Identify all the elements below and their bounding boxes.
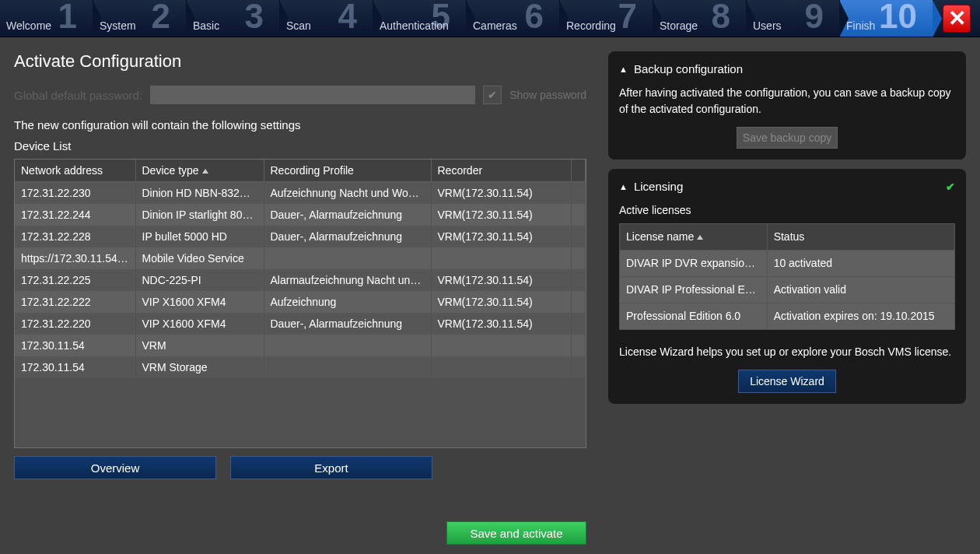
- left-pane: Activate Configuration Global default pa…: [0, 37, 600, 554]
- table-row[interactable]: 172.31.22.228IP bullet 5000 HDDauer-, Al…: [15, 226, 586, 247]
- column-header[interactable]: Status: [767, 224, 954, 251]
- table-row[interactable]: https://172.30.11.54/mvsMobile Video Ser…: [15, 247, 586, 269]
- table-cell: Activation valid: [767, 277, 954, 303]
- wizard-step-users[interactable]: 9Users: [747, 0, 840, 37]
- table-cell: Professional Edition 6.0: [620, 303, 768, 330]
- wizard-step-welcome[interactable]: 1Welcome: [0, 0, 93, 37]
- step-label: Cameras: [473, 19, 517, 32]
- step-label: Welcome: [6, 19, 51, 32]
- step-number: 4: [338, 0, 357, 36]
- step-number: 9: [805, 0, 824, 36]
- table-cell: 172.31.22.220: [15, 313, 135, 335]
- table-cell: 172.31.22.228: [15, 226, 135, 247]
- show-password-checkbox[interactable]: ✔: [483, 86, 502, 104]
- table-row[interactable]: 172.31.22.230Dinion HD NBN-832VxPAufzeic…: [15, 182, 586, 205]
- table-cell: Aufzeichnung: [264, 291, 431, 313]
- wizard-step-scan[interactable]: 4Scan: [280, 0, 373, 37]
- license-table: License nameStatus DIVAR IP DVR expansio…: [619, 223, 955, 330]
- table-cell: Dauer-, Alarmaufzeichnung: [264, 313, 431, 335]
- wizard-step-finish[interactable]: 10Finish: [840, 0, 933, 37]
- info-text: The new configuration will contain the f…: [14, 118, 586, 131]
- column-header[interactable]: Recording Profile: [264, 160, 431, 182]
- chevron-up-icon: ▲: [619, 182, 628, 191]
- column-header[interactable]: License name: [620, 224, 768, 251]
- table-cell: [431, 247, 571, 269]
- table-cell: VIP X1600 XFM4: [135, 313, 264, 335]
- step-number: 6: [525, 0, 544, 36]
- device-list-label: Device List: [14, 139, 586, 153]
- table-row[interactable]: 172.31.22.222VIP X1600 XFM4AufzeichnungV…: [15, 291, 586, 313]
- table-cell: VRM Storage: [135, 356, 264, 378]
- table-cell: DIVAR IP DVR expansion (1: [620, 251, 768, 277]
- license-help-text: License Wizard helps you set up or explo…: [619, 344, 955, 360]
- column-header[interactable]: Network address: [15, 160, 135, 182]
- step-label: Authentication: [380, 19, 449, 32]
- table-cell: Dauer-, Alarmaufzeichnung: [264, 226, 431, 247]
- table-row[interactable]: 172.31.22.220VIP X1600 XFM4Dauer-, Alarm…: [15, 313, 586, 335]
- table-cell: 172.31.22.222: [15, 291, 135, 313]
- table-cell: 172.30.11.54: [15, 335, 135, 356]
- table-cell: 172.31.22.230: [15, 182, 135, 205]
- wizard-step-system[interactable]: 2System: [93, 0, 187, 37]
- licensing-panel-header[interactable]: ▲ Licensing ✔: [619, 180, 955, 193]
- licensing-panel: ▲ Licensing ✔ Active licenses License na…: [608, 169, 966, 404]
- step-label: Basic: [193, 19, 219, 32]
- export-button[interactable]: Export: [230, 456, 432, 479]
- wizard-step-basic[interactable]: 3Basic: [187, 0, 280, 37]
- check-icon: ✔: [946, 181, 955, 193]
- table-cell: DIVAR IP Professional Editio: [620, 277, 768, 303]
- table-cell: VRM: [135, 335, 264, 356]
- column-header[interactable]: Device type: [135, 160, 264, 182]
- license-table-container: License nameStatus DIVAR IP DVR expansio…: [619, 223, 955, 330]
- table-row[interactable]: 172.30.11.54VRM: [15, 335, 586, 356]
- table-cell: VRM(172.30.11.54): [431, 226, 571, 247]
- step-label: Scan: [286, 19, 311, 32]
- step-label: Users: [753, 19, 782, 32]
- device-table: Network addressDevice typeRecording Prof…: [15, 160, 586, 378]
- table-cell-spacer: [571, 313, 586, 335]
- active-licenses-label: Active licenses: [619, 202, 955, 219]
- wizard-step-storage[interactable]: 8Storage: [653, 0, 747, 37]
- table-row[interactable]: Professional Edition 6.0Activation expir…: [620, 303, 955, 330]
- step-number: 2: [152, 0, 170, 36]
- table-cell: VRM(172.30.11.54): [431, 204, 571, 226]
- table-cell-spacer: [571, 269, 586, 291]
- column-header[interactable]: Recorder: [431, 160, 571, 182]
- device-table-container: Network addressDevice typeRecording Prof…: [14, 159, 586, 448]
- license-wizard-button[interactable]: License Wizard: [738, 370, 836, 393]
- table-row[interactable]: 172.31.22.225NDC-225-PIAlarmaufzeichnung…: [15, 269, 586, 291]
- column-header-spacer: [571, 160, 586, 182]
- table-cell: [264, 356, 431, 378]
- table-cell: 10 activated: [767, 251, 954, 277]
- close-button[interactable]: ✕: [943, 5, 971, 33]
- step-number: 8: [712, 0, 730, 36]
- backup-panel-body: After having activated the configuration…: [619, 85, 955, 117]
- table-cell-spacer: [571, 182, 586, 205]
- wizard-step-authentication[interactable]: 5Authentication: [373, 0, 467, 37]
- table-row[interactable]: DIVAR IP Professional EditioActivation v…: [620, 277, 955, 303]
- right-pane: ▲ Backup configuration After having acti…: [600, 37, 980, 554]
- table-row[interactable]: 172.31.22.244Dinion IP starlight 8000 MD…: [15, 204, 586, 226]
- table-cell: VRM(172.30.11.54): [431, 313, 571, 335]
- checkmark-icon: ✔: [488, 89, 497, 101]
- step-number: 1: [58, 0, 77, 36]
- table-cell: IP bullet 5000 HD: [135, 226, 264, 247]
- overview-button[interactable]: Overview: [14, 456, 216, 479]
- save-activate-button[interactable]: Save and activate: [446, 521, 586, 545]
- page-title: Activate Configuration: [14, 51, 586, 72]
- licensing-panel-body: Active licenses License nameStatus DIVAR…: [619, 202, 955, 393]
- step-label: Storage: [660, 19, 698, 32]
- backup-panel-header[interactable]: ▲ Backup configuration: [619, 62, 955, 75]
- table-cell-spacer: [571, 356, 586, 378]
- wizard-step-recording[interactable]: 7Recording: [560, 0, 653, 37]
- step-label: System: [100, 19, 136, 32]
- wizard-step-cameras[interactable]: 6Cameras: [467, 0, 560, 37]
- step-label: Recording: [566, 19, 616, 32]
- table-row[interactable]: DIVAR IP DVR expansion (110 activated: [620, 251, 955, 277]
- table-cell: VRM(172.30.11.54): [431, 182, 571, 205]
- table-row[interactable]: 172.30.11.54VRM Storage: [15, 356, 586, 378]
- table-cell: [264, 335, 431, 356]
- password-input[interactable]: [150, 86, 475, 104]
- table-cell: Activation expires on: 19.10.2015: [767, 303, 954, 330]
- table-cell: NDC-225-PI: [135, 269, 264, 291]
